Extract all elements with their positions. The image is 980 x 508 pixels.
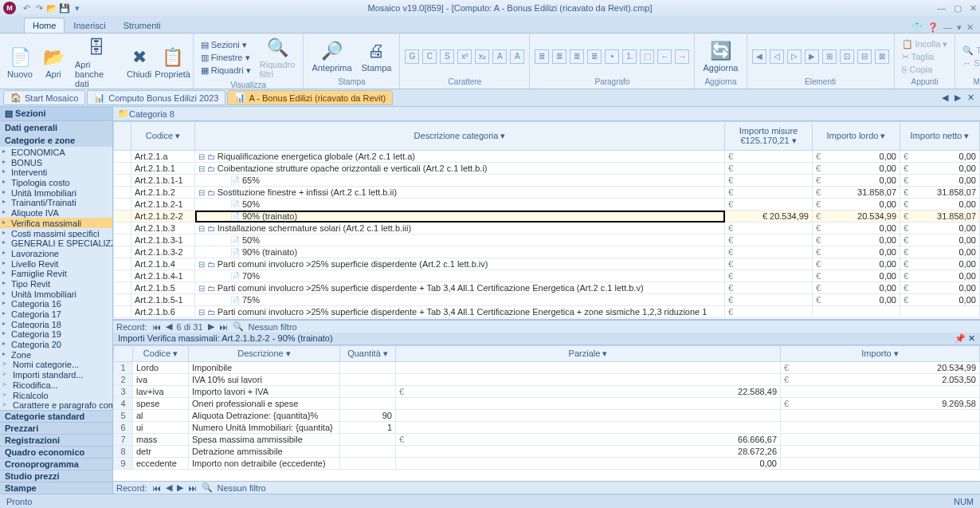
subnav-prev-icon[interactable]: ◀ bbox=[166, 482, 172, 493]
detail-row[interactable]: 4speseOneri professionali e spese €9.269… bbox=[114, 398, 980, 410]
ribbon-button[interactable]: ▤Sezioni ▾ bbox=[198, 39, 253, 51]
detail-row[interactable]: 2ivaIVA 10% sui lavori €2.053,50 bbox=[114, 374, 980, 386]
grid-row[interactable]: Art.2.1.b.2 ⊟ 🗀Sostituzione finestre + i… bbox=[114, 187, 980, 199]
grid-row[interactable]: Art.2.1.b.4-1 📄70% €0,00 €0,00 bbox=[114, 270, 980, 282]
sidebar-item[interactable]: Categoria 18 bbox=[0, 319, 112, 329]
subcol-codice[interactable]: Codice ▾ bbox=[133, 346, 189, 362]
grid-row[interactable]: Art.2.1.b.6 ⊟ 🗀Parti comuni involucro >2… bbox=[114, 306, 980, 318]
sidebar-footer-item[interactable]: Cronoprogramma bbox=[0, 458, 112, 470]
ribbon-button[interactable]: ▦Riquadri ▾ bbox=[198, 65, 253, 77]
subcol-qta[interactable]: Quantità ▾ bbox=[340, 346, 396, 362]
ribbon-button[interactable]: 📂Apri bbox=[38, 45, 69, 81]
sidebar-item[interactable]: Zone bbox=[0, 349, 112, 360]
sidebar-footer-item[interactable]: Studio prezzi bbox=[0, 470, 112, 482]
char-button[interactable]: C bbox=[422, 49, 437, 64]
sidebar-item[interactable]: BONUS bbox=[0, 157, 112, 167]
ribbon-help-icon[interactable]: — bbox=[943, 22, 952, 33]
sidebar-item[interactable]: Lavorazione bbox=[0, 248, 112, 258]
sidebar-item[interactable]: Costi massimi specifici bbox=[0, 228, 112, 238]
nav-last-icon[interactable]: ⏭ bbox=[219, 322, 228, 332]
para-button[interactable]: ≣ bbox=[535, 49, 549, 64]
sidebar-item[interactable]: Categoria 20 bbox=[0, 339, 112, 349]
detail-row[interactable]: 9eccedenteImporto non detraibile (eccede… bbox=[114, 458, 980, 470]
sidebar-item[interactable]: Categoria 19 bbox=[0, 329, 112, 339]
para-button[interactable]: 1. bbox=[622, 49, 637, 64]
sidebar-item[interactable]: GENERALI E SPECIALIZZATE bbox=[0, 238, 112, 248]
ribbon-button[interactable]: ✖Chiudi bbox=[124, 45, 155, 81]
ribbon-button[interactable]: 🔎Anteprima bbox=[308, 38, 355, 74]
sidebar-footer-item[interactable]: Stampe bbox=[0, 482, 112, 494]
ribbon-help-icon[interactable]: ❓ bbox=[927, 22, 939, 33]
ribbon-help-icon[interactable]: ▾ bbox=[957, 22, 962, 33]
detail-row[interactable]: 3lav+ivaImporto lavori + IVA €22.588,49 bbox=[114, 386, 980, 398]
doc-tab-control[interactable]: ◀ bbox=[939, 93, 951, 103]
char-button[interactable]: x² bbox=[457, 49, 472, 64]
elem-button[interactable]: ◁ bbox=[770, 49, 784, 64]
sidebar-command[interactable]: Ricalcolo bbox=[0, 390, 112, 400]
char-button[interactable]: x₂ bbox=[475, 49, 489, 64]
grid-row[interactable]: Art.2.1.b.3-2 📄90% (trainato) €0,00 €0,0… bbox=[114, 246, 980, 258]
elem-button[interactable]: ⊟ bbox=[857, 49, 872, 64]
ribbon-tab[interactable]: Strumenti bbox=[115, 18, 170, 33]
subnav-next-icon[interactable]: ▶ bbox=[177, 482, 183, 493]
nav-first-icon[interactable]: ⏮ bbox=[152, 322, 161, 332]
refresh-button[interactable]: 🔄Aggiorna bbox=[700, 38, 741, 74]
sidebar-item[interactable]: Unità Immobiliari bbox=[0, 187, 112, 198]
grid-row[interactable]: Art.2.1.a ⊟ 🗀Riqualificazione energetica… bbox=[114, 151, 980, 163]
sidebar-item[interactable]: Categoria 16 bbox=[0, 298, 112, 309]
elem-button[interactable]: ⊞ bbox=[822, 49, 837, 64]
sidebar-command[interactable]: Nomi categorie... bbox=[0, 359, 112, 369]
para-button[interactable]: → bbox=[675, 49, 689, 64]
ribbon-button[interactable]: ↔Sostituisci bbox=[960, 57, 980, 69]
grid-row[interactable]: Art.2.1.b.3-1 📄50% €0,00 €0,00 bbox=[114, 234, 980, 246]
ribbon-button[interactable]: 📄Nuovo bbox=[5, 45, 35, 81]
elem-button[interactable]: ◀ bbox=[752, 49, 766, 64]
detail-row[interactable]: 7massSpesa massima ammissibile €66.666,6… bbox=[114, 434, 980, 446]
category-grid[interactable]: Codice ▾ Descrizione categoria ▾ Importo… bbox=[113, 121, 980, 320]
qat-button[interactable]: 📂 bbox=[46, 2, 57, 14]
nav-prev-icon[interactable]: ◀ bbox=[166, 321, 172, 332]
qat-button[interactable]: 💾 bbox=[59, 2, 70, 14]
grid-row[interactable]: Art.2.1.b.1-1 📄65% €0,00 €0,00 bbox=[114, 175, 980, 187]
col-lordo[interactable]: Importo lordo ▾ bbox=[813, 122, 900, 151]
document-tab[interactable]: 📊Computo Bonus Edilizi 2023 bbox=[87, 90, 225, 105]
nav-next-icon[interactable]: ▶ bbox=[208, 321, 214, 332]
sidebar-item[interactable]: Unità Immobiliari bbox=[0, 289, 112, 299]
ribbon-button[interactable]: ⎘Copia bbox=[900, 64, 951, 75]
char-button[interactable]: A bbox=[510, 49, 524, 64]
sidebar-item[interactable]: Tipo Revit bbox=[0, 278, 112, 289]
nav-filter-icon[interactable]: 🔍 bbox=[233, 321, 244, 332]
grid-row[interactable]: Art.2.1.b.5 ⊟ 🗀Parti comuni involucro >2… bbox=[114, 282, 980, 294]
sidebar-section[interactable]: Categorie e zone bbox=[0, 134, 112, 147]
ribbon-button[interactable]: 🗄Apri banche dati bbox=[72, 35, 121, 90]
ribbon-button[interactable]: 🔍Trova ▾ bbox=[960, 45, 980, 57]
detail-row[interactable]: 8detrDetrazione ammissibile 28.672,26 bbox=[114, 446, 980, 458]
para-button[interactable]: ≣ bbox=[552, 49, 566, 64]
sidebar-item[interactable]: Livello Revit bbox=[0, 258, 112, 269]
subcol-imp[interactable]: Importo ▾ bbox=[781, 346, 980, 362]
char-button[interactable]: A bbox=[492, 49, 507, 64]
para-button[interactable]: ← bbox=[657, 49, 672, 64]
sidebar-command[interactable]: Importi standard... bbox=[0, 369, 112, 380]
sidebar-command[interactable]: Carattere e paragrafo completo... bbox=[0, 400, 112, 410]
col-misure[interactable]: Importo misure€125.170,21 ▾ bbox=[725, 122, 813, 151]
ribbon-tab[interactable]: Inserisci bbox=[65, 18, 114, 33]
elem-button[interactable]: ▷ bbox=[787, 49, 802, 64]
window-button[interactable]: ✕ bbox=[970, 3, 977, 14]
para-button[interactable]: ⬚ bbox=[640, 49, 654, 64]
sidebar-item[interactable]: Famiglie Revit bbox=[0, 268, 112, 278]
grid-row[interactable]: Art.2.1.b.2-1 📄50% €0,00 €0,00 bbox=[114, 199, 980, 211]
elem-button[interactable]: ⊡ bbox=[840, 49, 854, 64]
detail-row[interactable]: 1LordoImponibile €20.534,99 bbox=[114, 362, 980, 374]
col-codice[interactable]: Codice ▾ bbox=[131, 122, 195, 151]
sidebar-item[interactable]: Categoria 17 bbox=[0, 309, 112, 319]
sidebar-section[interactable]: Dati generali bbox=[0, 121, 112, 134]
subcol-desc[interactable]: Descrizione ▾ bbox=[189, 346, 340, 362]
col-netto[interactable]: Importo netto ▾ bbox=[900, 122, 980, 151]
doc-tab-control[interactable]: ▶ bbox=[952, 93, 963, 103]
grid-row[interactable]: Art.2.1.b.5-1 📄75% €0,00 €0,00 bbox=[114, 294, 980, 306]
elem-button[interactable]: ▶ bbox=[805, 49, 819, 64]
para-button[interactable]: ≣ bbox=[570, 49, 584, 64]
sidebar-command[interactable]: Ricodifica... bbox=[0, 380, 112, 390]
sidebar-item[interactable]: ECONOMICA bbox=[0, 147, 112, 157]
